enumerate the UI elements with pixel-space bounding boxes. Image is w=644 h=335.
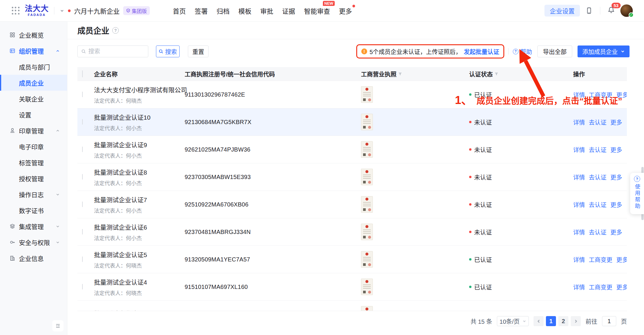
business-license-thumbnail[interactable]: [361, 279, 373, 295]
cell-license: [361, 86, 469, 103]
page-number-2[interactable]: 2: [558, 316, 568, 326]
row-checkbox[interactable]: [82, 256, 83, 262]
avatar[interactable]: ✓: [620, 4, 633, 17]
sidebar-item-seal-management[interactable]: 印章管理: [0, 123, 67, 139]
sidebar-item-org-management[interactable]: 组织管理: [0, 43, 67, 59]
usage-help-float-button[interactable]: ? 使用帮助: [630, 173, 644, 214]
filter-icon[interactable]: [495, 72, 498, 76]
business-license-thumbnail[interactable]: [361, 251, 373, 268]
page-size-select[interactable]: 10条/页: [497, 316, 529, 326]
action-secondary[interactable]: 去认证: [589, 118, 606, 126]
next-page-button[interactable]: [571, 316, 581, 326]
row-checkbox[interactable]: [82, 229, 83, 235]
goto-page-input[interactable]: [602, 316, 616, 326]
select-all-checkbox[interactable]: [82, 70, 83, 77]
sidebar: 企业概览 组织管理 成员与部门 成员企业 关联企业 设置 印章管理 电子印章 标…: [0, 22, 67, 335]
business-license-thumbnail[interactable]: [361, 114, 373, 130]
sidebar-label: 关联企业: [19, 94, 44, 103]
action-secondary[interactable]: 去认证: [589, 200, 606, 209]
action-detail[interactable]: 详情: [573, 255, 585, 264]
cell-license: [361, 306, 469, 311]
action-detail[interactable]: 详情: [573, 145, 585, 154]
status-dot: [469, 121, 471, 123]
row-checkbox[interactable]: [82, 147, 83, 152]
sidebar-item-related-enterprises[interactable]: 关联企业: [0, 91, 67, 107]
notifications-bell[interactable]: 53: [607, 6, 615, 15]
sidebar-item-security-permissions[interactable]: 安全与权限: [0, 234, 67, 250]
search-button[interactable]: 搜索: [156, 45, 180, 57]
sidebar-item-enterprise-info[interactable]: 企业信息: [0, 250, 67, 266]
action-secondary[interactable]: 去认证: [589, 228, 606, 236]
action-more[interactable]: 更多: [610, 228, 622, 236]
filter-icon[interactable]: [398, 72, 402, 76]
enterprise-name: 批量测试企业认证7: [94, 195, 185, 204]
action-more[interactable]: 更多: [610, 200, 622, 209]
sidebar-item-member-enterprises[interactable]: 成员企业: [0, 75, 67, 91]
action-more[interactable]: 更多: [610, 118, 622, 126]
nav-evidence[interactable]: 证据: [282, 6, 295, 15]
business-license-thumbnail[interactable]: [361, 86, 373, 103]
nav-approval[interactable]: 审批: [260, 6, 273, 15]
title-help-icon[interactable]: ?: [112, 27, 119, 34]
row-checkbox[interactable]: [82, 92, 83, 97]
action-detail[interactable]: 详情: [573, 200, 585, 209]
sidebar-item-electronic-seal[interactable]: 电子印章: [0, 139, 67, 155]
action-secondary[interactable]: 工商变更: [589, 90, 612, 99]
sidebar-item-integration-management[interactable]: 集成管理: [0, 218, 67, 234]
row-checkbox[interactable]: [82, 284, 83, 290]
nav-template[interactable]: 模板: [238, 6, 251, 15]
action-more[interactable]: 更多: [616, 283, 627, 291]
edition-badge-label: 集团版: [132, 7, 147, 14]
sidebar-label: 企业概览: [19, 30, 44, 39]
action-detail[interactable]: 详情: [573, 118, 585, 126]
action-more[interactable]: 更多: [616, 255, 627, 264]
sidebar-item-operation-logs[interactable]: 操作日志: [0, 186, 67, 202]
business-license-thumbnail[interactable]: [361, 224, 373, 240]
action-secondary[interactable]: 工商变更: [589, 283, 612, 291]
add-member-enterprise-button[interactable]: 添加成员企业: [578, 45, 630, 57]
enterprise-settings-button[interactable]: 企业设置: [544, 5, 580, 17]
action-more[interactable]: 更多: [616, 90, 627, 99]
sidebar-collapse-button[interactable]: [52, 320, 64, 331]
action-detail[interactable]: 详情: [573, 90, 585, 99]
sidebar-item-enterprise-overview[interactable]: 企业概览: [0, 27, 67, 43]
cell-actions: 详情 去认证 更多: [567, 200, 627, 209]
org-switcher[interactable]: 六月十九新企业: [74, 6, 120, 15]
action-secondary[interactable]: 去认证: [589, 173, 606, 181]
sidebar-item-members-departments[interactable]: 成员与部门: [0, 59, 67, 75]
sidebar-item-authorization-management[interactable]: 授权管理: [0, 170, 67, 186]
reset-button[interactable]: 重置: [188, 45, 209, 57]
apps-grid-icon[interactable]: [11, 6, 20, 15]
prev-page-button[interactable]: [534, 316, 544, 326]
row-checkbox[interactable]: [82, 174, 83, 180]
business-license-thumbnail[interactable]: [361, 306, 373, 311]
business-license-thumbnail[interactable]: [361, 196, 373, 213]
action-detail[interactable]: 详情: [573, 228, 585, 236]
action-secondary[interactable]: 工商变更: [589, 255, 612, 264]
sidebar-item-tag-management[interactable]: 标签管理: [0, 155, 67, 170]
nav-archive[interactable]: 归档: [217, 6, 230, 15]
business-license-thumbnail[interactable]: [361, 169, 373, 185]
nav-smart-review[interactable]: 智能审查 NEW: [304, 6, 330, 15]
export-all-button[interactable]: 导出全部: [537, 45, 572, 57]
sidebar-item-digital-certificate[interactable]: 数字证书: [0, 202, 67, 218]
action-more[interactable]: 更多: [610, 145, 622, 154]
search-input[interactable]: [88, 48, 144, 55]
nav-more[interactable]: 更多: [339, 6, 352, 15]
nav-sign[interactable]: 签署: [195, 6, 208, 15]
business-license-thumbnail[interactable]: [361, 141, 373, 158]
action-detail[interactable]: 详情: [573, 173, 585, 181]
mobile-icon[interactable]: [585, 7, 593, 14]
action-detail[interactable]: 详情: [573, 283, 585, 291]
nav-home[interactable]: 首页: [173, 6, 186, 15]
batch-certify-link[interactable]: 发起批量认证: [464, 47, 499, 56]
help-link[interactable]: ? 帮助: [513, 47, 532, 56]
page-number-1[interactable]: 1: [546, 316, 556, 326]
row-checkbox[interactable]: [82, 201, 83, 207]
cell-license: [361, 169, 469, 185]
action-secondary[interactable]: 去认证: [589, 145, 606, 154]
chevron-down-icon[interactable]: [60, 8, 64, 13]
row-checkbox[interactable]: [82, 119, 83, 125]
sidebar-item-settings[interactable]: 设置: [0, 107, 67, 123]
action-more[interactable]: 更多: [610, 173, 622, 181]
